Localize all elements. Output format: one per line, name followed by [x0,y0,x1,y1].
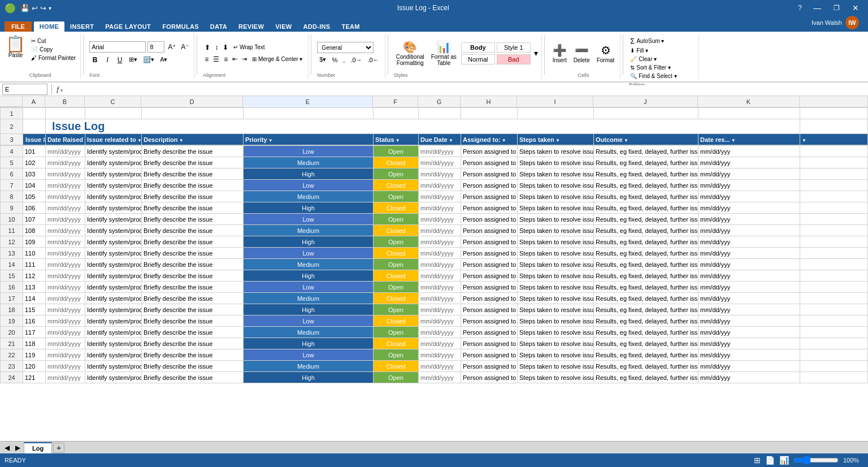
cell-steps-17[interactable]: Steps taken to resolve issue [518,293,594,304]
close-btn[interactable]: ✕ [848,3,863,12]
cell-related-5[interactable]: Identify system/product/project [85,157,142,168]
cell-dateres-6[interactable]: mm/dd/yyy [698,168,800,180]
cell-related-13[interactable]: Identify system/product/project [85,248,142,259]
tab-page-layout[interactable]: PAGE LAYOUT [99,21,157,32]
header-assigned[interactable]: Assigned to: [461,134,518,145]
cell-desc-17[interactable]: Briefly describe the issue [142,293,244,304]
tab-addins[interactable]: ADD-INS [298,21,336,32]
cell-steps-21[interactable]: Steps taken to resolve issue [518,338,594,349]
cell-desc-23[interactable]: Briefly describe the issue [142,361,244,372]
cell-date-11[interactable]: mm/dd/yyyy [46,225,85,236]
find-select-btn[interactable]: 🔍 Find & Select ▾ [629,72,678,80]
col-F[interactable]: F [373,96,418,107]
cell-dateres-22[interactable]: mm/dd/yyy [698,349,800,361]
cell-steps-9[interactable]: Steps taken to resolve issue [518,202,594,214]
header-description[interactable]: Description [142,134,244,145]
cell-desc-9[interactable]: Briefly describe the issue [142,202,244,214]
cell-I1[interactable] [518,108,594,119]
cell-extra-9[interactable] [800,202,868,214]
bold-btn[interactable]: B [89,54,101,66]
cell-status-14[interactable]: Open [374,259,419,270]
cell-priority-12[interactable]: High [244,236,374,248]
format-cells-btn[interactable]: ⚙ Format [594,42,617,64]
minimize-btn[interactable]: — [809,3,826,12]
cell-extra-8[interactable] [800,191,868,202]
cell-desc-5[interactable]: Briefly describe the issue [142,157,244,168]
cell-E1[interactable] [244,108,374,119]
cell-priority-15[interactable]: High [244,270,374,282]
cell-id-18[interactable]: 115 [23,304,46,315]
tab-team[interactable]: TEAM [336,21,365,32]
cell-status-23[interactable]: Closed [374,361,419,372]
cell-priority-5[interactable]: Medium [244,157,374,168]
cell-due-12[interactable]: mm/dd/yyyy [419,236,461,248]
cut-btn[interactable]: ✂ Cut [30,37,77,45]
cell-related-18[interactable]: Identify system/product/project [85,304,142,315]
cell-dateres-9[interactable]: mm/dd/yyy [698,202,800,214]
cell-due-13[interactable]: mm/dd/yyyy [419,248,461,259]
tab-formulas[interactable]: FORMULAS [157,21,205,32]
cell-priority-8[interactable]: Medium [244,191,374,202]
cell-steps-8[interactable]: Steps taken to resolve issue [518,191,594,202]
cell-assigned-17[interactable]: Person assigned to [461,293,518,304]
cell-dateres-8[interactable]: mm/dd/yyy [698,191,800,202]
undo-qat-btn[interactable]: ↩ [32,4,38,12]
cell-assigned-10[interactable]: Person assigned to [461,214,518,225]
cell-extra-7[interactable] [800,180,868,191]
cell-status-16[interactable]: Open [374,282,419,293]
cell-desc-8[interactable]: Briefly describe the issue [142,191,244,202]
cell-priority-11[interactable]: Medium [244,225,374,236]
cell-priority-23[interactable]: Medium [244,361,374,372]
cell-desc-22[interactable]: Briefly describe the issue [142,349,244,361]
cell-extra-22[interactable] [800,349,868,361]
format-as-table-btn[interactable]: 📊 Format as Table [429,39,459,67]
cell-date-6[interactable]: mm/dd/yyyy [46,168,85,180]
cell-status-19[interactable]: Closed [374,315,419,327]
cell-assigned-15[interactable]: Person assigned to [461,270,518,282]
col-A[interactable]: A [23,96,45,107]
styles-more-btn[interactable]: ▾ [534,49,538,58]
indent-decrease-btn[interactable]: ⇤ [231,54,239,64]
cell-priority-18[interactable]: High [244,304,374,315]
cell-outcome-12[interactable]: Results, eg fixed, delayed, further issu… [594,236,698,248]
cell-assigned-21[interactable]: Person assigned to [461,338,518,349]
cell-desc-10[interactable]: Briefly describe the issue [142,214,244,225]
indent-increase-btn[interactable]: ⇥ [240,54,249,64]
cell-extra-12[interactable] [800,236,868,248]
decrease-decimal-btn[interactable]: .0← [366,55,381,64]
col-H[interactable]: H [461,96,517,107]
cell-desc-24[interactable]: Briefly describe the issue [142,372,244,383]
tab-data[interactable]: DATA [205,21,233,32]
cell-dateres-19[interactable]: mm/dd/yyy [698,315,800,327]
style-bad[interactable]: Bad [497,54,531,64]
cell-outcome-9[interactable]: Results, eg fixed, delayed, further issu… [594,202,698,214]
cell-outcome-16[interactable]: Results, eg fixed, delayed, further issu… [594,282,698,293]
cell-id-7[interactable]: 104 [23,180,46,191]
cell-priority-22[interactable]: Low [244,349,374,361]
cell-steps-15[interactable]: Steps taken to resolve issue [518,270,594,282]
cell-dateres-17[interactable]: mm/dd/yyy [698,293,800,304]
cell-desc-6[interactable]: Briefly describe the issue [142,168,244,180]
cell-D1[interactable] [142,108,244,119]
cell-H1[interactable] [461,108,518,119]
style-normal[interactable]: Normal [461,54,495,64]
italic-btn[interactable]: I [102,54,113,66]
cell-priority-19[interactable]: Low [244,315,374,327]
cell-assigned-22[interactable]: Person assigned to [461,349,518,361]
cell-due-15[interactable]: mm/dd/yyyy [419,270,461,282]
cell-due-20[interactable]: mm/dd/yyyy [419,327,461,338]
cell-desc-7[interactable]: Briefly describe the issue [142,180,244,191]
cell-outcome-19[interactable]: Results, eg fixed, delayed, further issu… [594,315,698,327]
header-status[interactable]: Status [374,134,419,145]
cell-id-15[interactable]: 112 [23,270,46,282]
cell-date-17[interactable]: mm/dd/yyyy [46,293,85,304]
cell-assigned-9[interactable]: Person assigned to [461,202,518,214]
cell-id-6[interactable]: 103 [23,168,46,180]
cell-outcome-21[interactable]: Results, eg fixed, delayed, further issu… [594,338,698,349]
cell-assigned-7[interactable]: Person assigned to [461,180,518,191]
cell-assigned-24[interactable]: Person assigned to [461,372,518,383]
cell-priority-9[interactable]: High [244,202,374,214]
cell-date-4[interactable]: mm/dd/yyyy [46,146,85,157]
cell-id-17[interactable]: 114 [23,293,46,304]
cell-steps-20[interactable]: Steps taken to resolve issue [518,327,594,338]
